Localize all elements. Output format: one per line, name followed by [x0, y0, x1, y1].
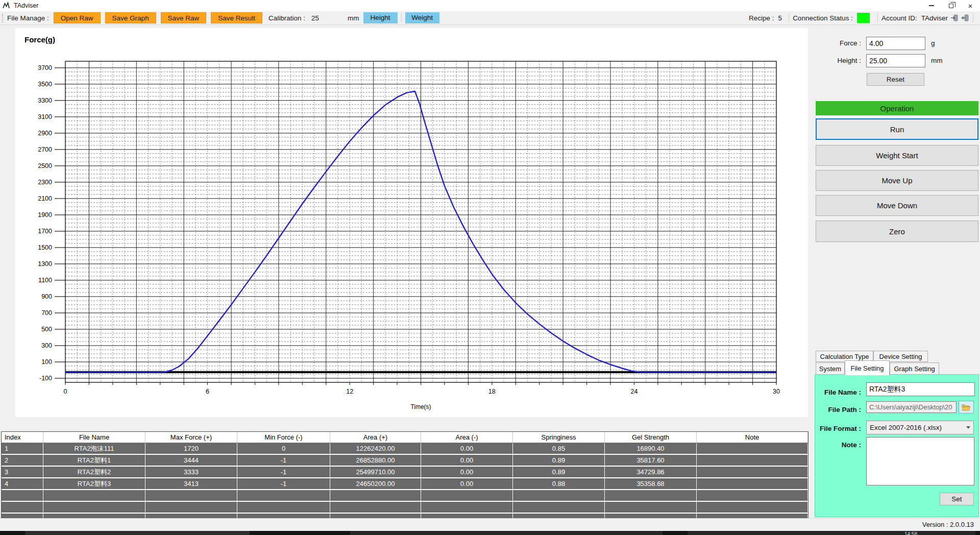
connection-status-indicator — [857, 13, 870, 23]
column-header-note[interactable]: Note — [697, 432, 808, 443]
svg-text:24: 24 — [630, 388, 638, 395]
table-row[interactable] — [2, 502, 808, 513]
restore-icon — [949, 4, 953, 8]
run-button[interactable]: Run — [816, 118, 978, 140]
table-cell — [421, 490, 513, 501]
file-manage-label: File Manage : — [7, 14, 49, 22]
reset-button[interactable]: Reset — [867, 73, 924, 86]
title-bar: TAdviser × — [0, 0, 980, 11]
table-row[interactable]: 4RTA2塑料33413-124650200.000.000.8835358.6… — [2, 478, 808, 489]
open-raw-button[interactable]: Open Raw — [54, 12, 101, 23]
file-path-input[interactable] — [866, 401, 957, 413]
recipe-label: Recipe : — [749, 14, 774, 22]
column-header-file-name[interactable]: File Name — [43, 432, 145, 443]
move-up-button[interactable]: Move Up — [816, 170, 978, 191]
force-input[interactable] — [866, 37, 925, 50]
svg-text:3500: 3500 — [38, 81, 52, 88]
table-cell — [697, 443, 808, 454]
column-header-min-force[interactable]: Min Force (-) — [237, 432, 330, 443]
force-label: Force : — [801, 39, 861, 47]
note-label: Note : — [801, 441, 861, 449]
file-format-select[interactable]: Excel 2007-2016 (.xlsx) — [866, 421, 974, 434]
close-button[interactable]: × — [961, 0, 980, 11]
column-header-area[interactable]: Area (-) — [421, 432, 513, 443]
open-folder-icon — [962, 404, 971, 411]
app-logo-waveform-icon — [3, 2, 11, 10]
height-input[interactable] — [866, 54, 925, 67]
table-cell — [697, 455, 808, 466]
login-icon[interactable] — [950, 14, 959, 22]
tadviser-window: TAdviser × File Manage : Open Raw Save G… — [0, 0, 980, 535]
svg-text:6: 6 — [206, 388, 209, 395]
weight-start-button[interactable]: Weight Start — [816, 145, 978, 166]
toolbar-grip — [2, 14, 4, 22]
height-mode-button[interactable]: Height — [363, 12, 398, 23]
table-cell: 3333 — [145, 467, 237, 477]
table-cell: RTA2泡沫111 — [43, 443, 145, 454]
taskbar-clock: 14:58 — [904, 531, 917, 535]
svg-text:30: 30 — [773, 388, 780, 395]
save-graph-button[interactable]: Save Graph — [105, 12, 156, 23]
svg-text:1900: 1900 — [38, 211, 52, 218]
tab-file-setting[interactable]: File Setting — [845, 360, 890, 375]
note-textarea[interactable] — [866, 437, 974, 485]
table-cell: 0.00 — [421, 455, 513, 466]
close-icon: × — [968, 2, 973, 10]
column-header-gel-strength[interactable]: Gel Strength — [605, 432, 697, 443]
svg-text:Time(s): Time(s) — [410, 403, 431, 410]
taskbar-segment — [25, 531, 250, 535]
table-cell — [2, 490, 43, 501]
column-header-springiness[interactable]: Springiness — [513, 432, 605, 443]
tab-system[interactable]: System — [816, 362, 845, 375]
table-row[interactable]: 1RTA2泡沫1111720012262420.000.000.8516890.… — [2, 443, 808, 454]
minimize-button[interactable] — [922, 0, 941, 11]
table-row[interactable]: 2RTA2塑料13444-126852880.000.000.8935817.6… — [2, 455, 808, 466]
zero-button[interactable]: Zero — [816, 221, 978, 242]
column-header-index[interactable]: Index — [2, 432, 43, 443]
browse-folder-button[interactable] — [959, 401, 974, 414]
svg-text:500: 500 — [41, 326, 52, 333]
divider — [401, 13, 402, 22]
account-id-value: TAdviser — [921, 14, 948, 22]
svg-text:3700: 3700 — [38, 64, 52, 71]
svg-text:900: 900 — [41, 293, 52, 300]
svg-text:700: 700 — [41, 309, 52, 317]
taskbar: 14:58 — [0, 531, 980, 535]
table-cell — [43, 502, 145, 513]
table-cell — [145, 502, 237, 513]
save-raw-button[interactable]: Save Raw — [161, 12, 207, 23]
weight-mode-button[interactable]: Weight — [405, 12, 439, 23]
move-down-button[interactable]: Move Down — [816, 195, 978, 216]
table-cell: 0.89 — [513, 455, 605, 466]
table-cell: 12262420.00 — [330, 443, 421, 454]
svg-text:100: 100 — [41, 358, 52, 366]
table-cell — [421, 502, 513, 513]
column-header-area[interactable]: Area (+) — [330, 432, 421, 443]
table-cell: 1720 — [145, 443, 237, 454]
table-cell: 0 — [237, 443, 330, 454]
tab-graph-setting[interactable]: Graph Setting — [890, 362, 939, 375]
divider — [789, 13, 789, 22]
table-cell: 4 — [2, 478, 43, 489]
svg-text:2300: 2300 — [38, 179, 52, 186]
restore-button[interactable] — [941, 0, 961, 11]
table-header-row: IndexFile NameMax Force (+)Min Force (-)… — [2, 432, 808, 443]
svg-text:300: 300 — [41, 342, 52, 349]
logout-icon[interactable] — [961, 14, 969, 22]
table-cell: 0.00 — [421, 443, 513, 454]
table-cell — [2, 502, 43, 513]
calibration-value: 25 — [311, 14, 319, 22]
table-row[interactable]: 3RTA2塑料23333-125499710.000.000.8934729.8… — [2, 467, 808, 477]
save-result-button[interactable]: Save Result — [211, 12, 262, 23]
file-name-input[interactable] — [866, 382, 975, 396]
svg-text:3100: 3100 — [38, 113, 52, 120]
set-button[interactable]: Set — [940, 493, 974, 505]
svg-text:1300: 1300 — [38, 260, 52, 268]
table-row[interactable] — [2, 490, 808, 501]
svg-text:3300: 3300 — [38, 97, 52, 104]
column-header-max-force[interactable]: Max Force (+) — [145, 432, 237, 443]
results-table: IndexFile NameMax Force (+)Min Force (-)… — [1, 431, 808, 519]
table-cell: 34729.86 — [605, 467, 697, 477]
svg-text:1500: 1500 — [38, 244, 52, 251]
svg-text:18: 18 — [488, 388, 496, 395]
